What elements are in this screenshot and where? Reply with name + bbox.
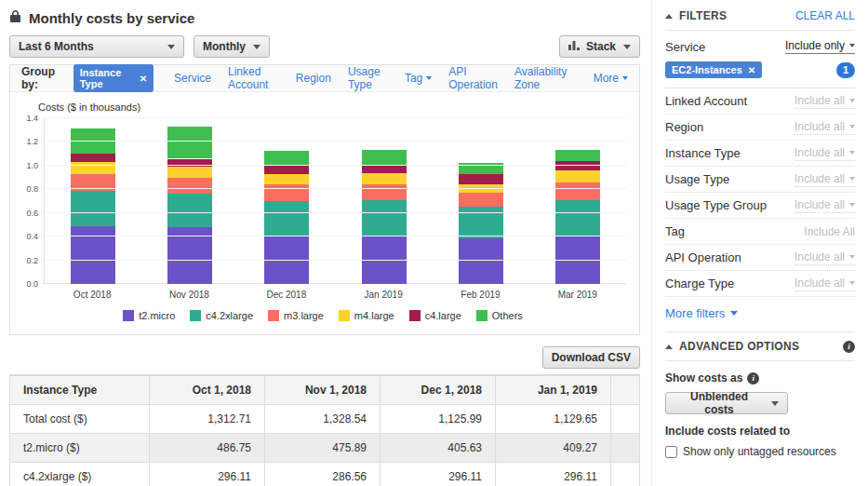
groupby-option-linked-account[interactable]: Linked Account	[228, 65, 279, 91]
chevron-down-icon	[849, 44, 855, 47]
filter-include-select[interactable]: Include all	[795, 172, 855, 187]
bar-segment-c4-large[interactable]	[167, 159, 212, 168]
chart-body: Costs ($ in thousands) 0.00.20.40.60.81.…	[10, 92, 639, 334]
table-row: t2.micro ($)486.75475.89405.63409.27	[10, 434, 640, 463]
bar-segment-m3-large[interactable]	[362, 184, 407, 201]
bar-segment-Others[interactable]	[264, 151, 309, 166]
more-filters-link[interactable]: More filters	[665, 306, 738, 320]
bar-segment-m3-large[interactable]	[264, 184, 309, 201]
filters-list: Linked AccountInclude allRegionInclude a…	[665, 88, 855, 297]
bar-segment-m4-large[interactable]	[167, 167, 212, 177]
bar-segment-c4-2xlarge[interactable]	[555, 200, 600, 236]
y-tick-label: 0.0	[26, 279, 38, 289]
groupby-option-label: API Operation	[448, 65, 498, 91]
cost-explorer-page: Monthly costs by service Last 6 Months M…	[0, 0, 868, 486]
stack-style-select[interactable]: Stack	[559, 35, 640, 58]
groupby-option-service[interactable]: Service	[174, 72, 211, 85]
chart-legend: t2.microc4.2xlargem3.largem4.largec4.lar…	[16, 310, 630, 321]
groupby-option-api-operation[interactable]: API Operation	[448, 65, 498, 91]
table-header-cell[interactable]: Oct 1, 2018	[150, 376, 265, 405]
bar-segment-c4-large[interactable]	[555, 161, 600, 170]
granularity-select[interactable]: Monthly	[194, 35, 270, 58]
groupby-option-region[interactable]: Region	[296, 72, 331, 85]
info-icon[interactable]: i	[843, 341, 855, 353]
filter-row-linked-account: Linked AccountInclude all	[665, 88, 855, 115]
row-value-cell: 1,129.65	[496, 405, 611, 434]
row-value-cell: 409.27	[496, 434, 611, 463]
filter-include-select[interactable]: Include all	[795, 250, 855, 265]
bar-segment-Others[interactable]	[167, 127, 212, 158]
filter-include-value: Include all	[795, 120, 845, 133]
bar-segment-c4-large[interactable]	[264, 166, 309, 174]
bar-segment-m4-large[interactable]	[362, 173, 407, 184]
bar-segment-m4-large[interactable]	[555, 170, 600, 182]
filter-include-select[interactable]: Include all	[795, 120, 855, 135]
table-header-cell[interactable]: Dec 1, 2018	[381, 376, 496, 405]
groupby-option-tag[interactable]: Tag	[405, 72, 432, 85]
groupby-active-pill[interactable]: Instance Type ✕	[73, 64, 154, 92]
x-tick-label: Feb 2019	[432, 290, 528, 300]
close-icon[interactable]: ✕	[748, 65, 755, 75]
bar-segment-Others[interactable]	[555, 150, 600, 161]
bar-segment-c4-large[interactable]	[459, 174, 503, 183]
chevron-down-icon	[849, 281, 855, 285]
download-csv-button[interactable]: Download CSV	[542, 346, 640, 369]
groupby-option-usage-type[interactable]: Usage Type	[348, 65, 388, 91]
lock-icon	[9, 9, 21, 27]
filter-row-region: RegionInclude all	[665, 115, 855, 141]
bar-segment-c4-2xlarge[interactable]	[167, 194, 212, 227]
filter-include-select[interactable]: Include all	[795, 146, 855, 161]
time-range-select[interactable]: Last 6 Months	[9, 35, 184, 58]
table-header-cell[interactable]: Instance Type	[10, 376, 150, 405]
filter-include-select[interactable]: Include all	[795, 277, 855, 291]
bar-segment-m4-large[interactable]	[264, 174, 309, 184]
filter-include-select[interactable]: Include all	[795, 198, 855, 213]
table-row: c4.2xlarge ($)296.11286.56296.11296.11	[10, 463, 640, 486]
bar-segment-c4-2xlarge[interactable]	[71, 191, 115, 226]
groupby-option-more[interactable]: More	[594, 72, 628, 85]
filter-include-select[interactable]: Include All	[804, 225, 855, 238]
chevron-down-icon	[253, 45, 260, 49]
cost-type-select[interactable]: Unblended costs	[665, 392, 788, 414]
cost-table-wrap: Instance TypeOct 1, 2018Nov 1, 2018Dec 1…	[9, 374, 640, 486]
collapse-up-icon[interactable]	[665, 14, 673, 19]
close-icon[interactable]: ✕	[140, 74, 147, 84]
bar-segment-m3-large[interactable]	[167, 178, 212, 194]
service-filter-pill[interactable]: EC2-Instances ✕	[665, 61, 762, 78]
advanced-options-header: ADVANCED OPTIONS i	[665, 331, 855, 361]
filters-sidebar: FILTERS CLEAR ALL Service Include only E…	[651, 0, 868, 486]
chart-panel: Group by: Instance Type ✕ ServiceLinked …	[9, 64, 640, 335]
main-content: Monthly costs by service Last 6 Months M…	[0, 0, 651, 486]
filter-label: Instance Type	[665, 146, 741, 160]
row-stub-cell	[611, 463, 640, 486]
info-icon[interactable]: i	[747, 372, 759, 385]
chevron-down-icon	[167, 45, 175, 49]
untagged-checkbox[interactable]	[665, 446, 677, 458]
legend-item: m3.large	[268, 310, 324, 321]
filter-include-value: Include all	[795, 277, 845, 290]
report-header: Monthly costs by service	[9, 7, 640, 28]
bar-segment-c4-2xlarge[interactable]	[264, 201, 309, 236]
bar-segment-c4-large[interactable]	[71, 154, 115, 162]
bar-segment-Others[interactable]	[362, 150, 407, 165]
y-tick-label: 0.6	[26, 209, 38, 218]
legend-swatch	[123, 310, 134, 321]
bar-segment-c4-large[interactable]	[362, 165, 407, 172]
groupby-option-availability-zone[interactable]: Availability Zone	[514, 65, 569, 91]
collapse-up-icon[interactable]	[665, 344, 673, 349]
service-mode-select[interactable]: Include only	[785, 39, 855, 54]
bar-segment-m3-large[interactable]	[555, 182, 600, 199]
bar-segment-t2-micro[interactable]	[459, 238, 503, 284]
gridline	[45, 212, 626, 213]
bar-segment-c4-2xlarge[interactable]	[362, 200, 407, 236]
y-tick-label: 0.8	[26, 184, 38, 194]
filter-include-select[interactable]: Include all	[795, 94, 855, 109]
y-tick-label: 1.4	[26, 114, 38, 123]
clear-all-link[interactable]: CLEAR ALL	[795, 9, 855, 22]
table-header-cell[interactable]: Nov 1, 2018	[265, 376, 381, 405]
table-header-cell[interactable]: Jan 1, 2019	[496, 376, 611, 405]
chevron-down-icon	[622, 76, 628, 80]
bar-segment-m3-large[interactable]	[459, 193, 503, 207]
x-tick-label: Oct 2018	[44, 290, 140, 300]
chevron-down-icon	[849, 99, 855, 102]
